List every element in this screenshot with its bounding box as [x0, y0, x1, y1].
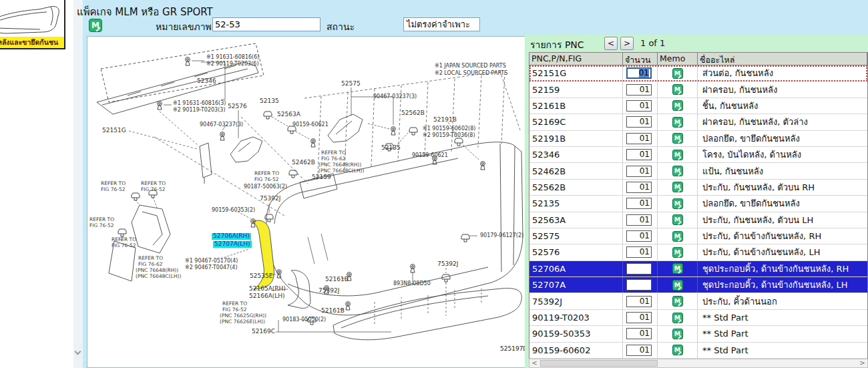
diagram-label[interactable]: 52191B	[433, 117, 457, 124]
diagram-label[interactable]: 52563A	[277, 112, 300, 118]
column-header[interactable]: Memo	[658, 53, 698, 65]
diagram-label[interactable]: 52169C	[252, 329, 275, 335]
table-row[interactable]: 52462B01Mแป้น, กันชนหลัง	[529, 163, 867, 179]
diagram-label: REFER TO	[89, 217, 114, 222]
memo-icon-button[interactable]: M	[672, 280, 683, 291]
scroll-down-button[interactable]	[73, 345, 83, 359]
quantity-input[interactable]: 01	[626, 149, 652, 160]
memo-icon-button[interactable]: M	[672, 296, 683, 307]
quantity-input[interactable]: 01	[626, 312, 652, 323]
quantity-input[interactable]: 01	[626, 133, 652, 144]
diagram-label: FIG 76-62	[138, 262, 163, 267]
diagram-label[interactable]: 52346	[197, 78, 216, 85]
memo-icon-button[interactable]: M	[672, 198, 683, 209]
table-row[interactable]: 90159-5035301M** Std Part	[529, 326, 867, 342]
part-name: ชุดประกอบคิ้ว, ด้านข้างกันชนหลัง, RH	[698, 261, 867, 277]
quantity-input[interactable]: 01	[626, 198, 652, 209]
quantity-input[interactable]: 01	[626, 345, 652, 356]
quantity-input[interactable]: 01	[626, 182, 652, 193]
quantity-input[interactable]: 01	[626, 328, 652, 339]
diagram-label[interactable]: 52159	[312, 174, 331, 181]
highlighted-part-label[interactable]: 52707A(LH)	[213, 241, 252, 248]
table-row[interactable]: 90119-T020301M** Std Part	[529, 310, 867, 326]
memo-icon[interactable]: M	[89, 19, 102, 32]
table-row[interactable]: 52169C01Mฝาครอบ, กันชนหลัง, ตัวล่าง	[529, 114, 867, 130]
table-row[interactable]: 5234601Mโครง, บันไดหลัง, ด้านหลัง	[529, 147, 867, 163]
diagram-label: REFER TO	[112, 237, 136, 242]
quantity-input[interactable]: 01	[626, 67, 652, 79]
diagram-label[interactable]: 52161B	[321, 308, 345, 315]
table-row[interactable]: 52161B01Mชิ้น, กันชนหลัง	[529, 98, 867, 114]
diagram-label: ※1 91631-60816(6)	[206, 55, 259, 61]
image-number-input[interactable]	[212, 17, 320, 31]
table-row[interactable]: 52563A01Mประกับ, กันชนหลัง, ตัวบน LH	[529, 212, 867, 228]
quantity-input[interactable]: 01	[626, 214, 652, 226]
memo-icon-button[interactable]: M	[672, 313, 683, 323]
table-row[interactable]: 5257601Mประกับ, ด้านข้างกันชนหลัง, LH	[529, 244, 867, 260]
prev-page-button[interactable]: <	[604, 37, 618, 50]
table-row[interactable]: 5215901Mฝาครอบ, กันชนหลัง	[529, 81, 867, 98]
memo-icon-button[interactable]: M	[672, 263, 683, 274]
diagram-label[interactable]: 52575	[341, 81, 361, 87]
quantity-input[interactable]: 01	[626, 166, 652, 177]
memo-icon-button[interactable]: M	[672, 133, 683, 144]
diagram-label[interactable]: 52462B	[292, 160, 315, 166]
pnc-horizontal-scrollbar[interactable]: < >	[529, 359, 868, 368]
table-row[interactable]: 52562B01Mประกับ, กันชนหลัง, ตัวบน RH	[529, 180, 867, 196]
diagram-label[interactable]: 75392J	[318, 288, 339, 295]
table-row[interactable]: 5213501Mปลอกยึด, ขายึดกันชนหลัง	[529, 196, 867, 212]
column-header[interactable]: ชื่ออะไหล่	[698, 53, 867, 65]
memo-icon-button[interactable]: M	[672, 100, 683, 111]
quantity-input[interactable]: 01	[626, 263, 652, 274]
quantity-input[interactable]: 01	[626, 230, 652, 242]
memo-icon-button[interactable]: M	[672, 214, 683, 225]
memo-icon-button[interactable]: M	[672, 166, 683, 176]
column-header[interactable]: PNC,P/N,FIG	[529, 53, 623, 65]
quantity-input[interactable]: 01	[626, 246, 652, 258]
table-row[interactable]: 52151G01Mส่วนต่อ, กันชนหลัง	[529, 65, 867, 81]
memo-icon-button[interactable]: M	[672, 231, 683, 242]
highlighted-part-label[interactable]: 52706A(RH)	[212, 233, 251, 240]
diagram-label[interactable]: 52576	[228, 104, 247, 110]
memo-icon-button[interactable]: M	[672, 247, 683, 258]
scrollbar-thumb[interactable]	[540, 360, 658, 367]
quantity-input[interactable]: 01	[626, 279, 652, 291]
memo-icon-button[interactable]: M	[672, 345, 683, 355]
diagram-label[interactable]: 52165A(RH)	[249, 286, 286, 293]
memo-icon-button[interactable]: M	[672, 150, 683, 160]
memo-icon-button[interactable]: M	[672, 68, 683, 79]
memo-icon-button[interactable]: M	[672, 329, 683, 339]
quantity-input[interactable]: 01	[626, 296, 652, 307]
table-row[interactable]: 52706A01Mชุดประกอบคิ้ว, ด้านข้างกันชนหลั…	[529, 261, 867, 277]
scroll-left-button[interactable]: <	[529, 359, 539, 367]
quantity-input[interactable]: 01	[626, 100, 652, 112]
memo-cell: M	[658, 147, 698, 162]
diagram-label[interactable]: 75392J	[260, 196, 280, 202]
thumbnail-scrollbar[interactable]	[73, 0, 83, 368]
table-row[interactable]: 5257501Mประกับ, ด้านข้างกันชนหลัง, RH	[529, 228, 867, 244]
table-row[interactable]: 52707A01Mชุดประกอบคิ้ว, ด้านข้างกันชนหลั…	[529, 277, 867, 293]
diagram-label[interactable]: 52161B	[325, 277, 349, 283]
scroll-right-button[interactable]: >	[857, 359, 867, 367]
quantity-value: 01	[640, 329, 650, 338]
diagram-label[interactable]: 52535E	[250, 273, 272, 280]
parts-diagram[interactable]: ※1 91631-60816(6)※2 90119-T0203(6)52346※…	[87, 36, 525, 368]
next-page-button[interactable]: >	[620, 37, 634, 50]
column-header[interactable]: จำนวน	[623, 53, 658, 65]
table-row[interactable]: 90159-6060201M** Std Part	[529, 343, 867, 359]
memo-icon-button[interactable]: M	[672, 84, 683, 95]
quantity-value: 01	[640, 166, 650, 176]
table-row[interactable]: 75392J01Mประกับ, คิ้วด้านนอก	[529, 293, 867, 309]
diagram-label[interactable]: 52135	[260, 98, 279, 105]
quantity-input[interactable]: 01	[626, 84, 652, 96]
memo-icon-button[interactable]: M	[672, 117, 683, 128]
diagram-label[interactable]: 75392J	[437, 261, 458, 268]
quantity-input[interactable]: 01	[626, 116, 652, 128]
diagram-label[interactable]: 52151G	[102, 128, 126, 134]
table-row[interactable]: 52191B01Mปลอกยึด, ขายึดกันชนหลัง	[529, 131, 867, 147]
diagram-label[interactable]: 52135	[381, 145, 401, 152]
diagram-label[interactable]: 52166A(LH)	[249, 293, 285, 300]
figure-thumbnail[interactable]: นหลังและขายึดกันชน	[0, 0, 65, 49]
diagram-label[interactable]: 52562B	[401, 110, 425, 117]
memo-icon-button[interactable]: M	[672, 182, 683, 192]
